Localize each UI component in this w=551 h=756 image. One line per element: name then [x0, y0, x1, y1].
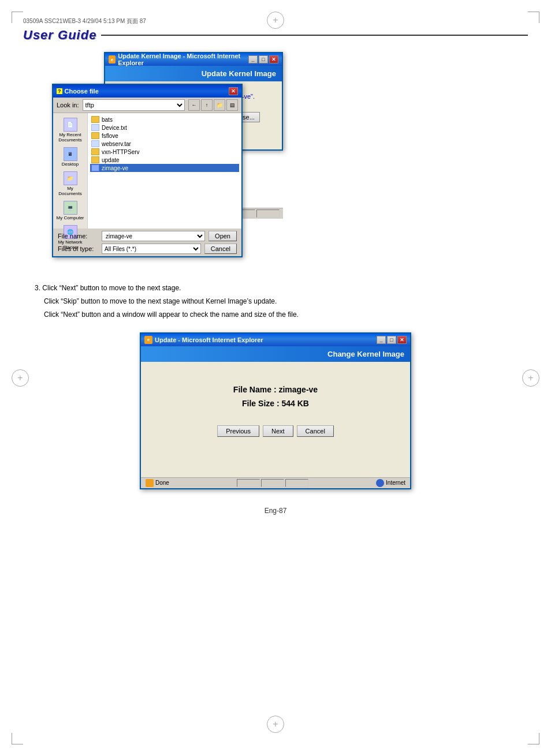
restore-button[interactable]: □: [259, 55, 268, 63]
dialog3-header: Change Kernel Image: [141, 346, 410, 362]
lookin-label: Look in:: [57, 102, 79, 108]
list-item[interactable]: Device.txt: [90, 123, 239, 132]
minimize-button[interactable]: _: [248, 55, 258, 63]
ie-icon: e: [109, 55, 116, 63]
open-button[interactable]: Open: [209, 231, 237, 241]
previous-button[interactable]: Previous: [217, 425, 259, 437]
filetype-select[interactable]: All Files (*.*): [102, 244, 201, 254]
cancel-button[interactable]: Cancel: [204, 244, 237, 254]
dialog2-titlebar: ? Choose file ✕: [53, 85, 241, 98]
page-meta: 03509A SSC21WEB-3 4/29/04 5:13 PM 頁面 87: [23, 17, 528, 25]
folder-icon: [91, 116, 99, 123]
list-item[interactable]: webserv.tar: [90, 140, 239, 148]
instruction-block: 3. Click “Next” button to move to the ne…: [35, 283, 516, 321]
help-icon: ?: [57, 88, 62, 94]
dialog2-sidebar: 📄 My Recent Documents 🖥 Desktop 📁 My Doc…: [53, 113, 88, 229]
file-icon: [91, 140, 99, 147]
dialog3-statusbar: Done Internet: [141, 477, 410, 488]
sidebar-computer[interactable]: 💻 My Computer: [55, 200, 85, 222]
file-list[interactable]: bats Device.txt fsflove webserv.tar: [88, 113, 241, 229]
new-folder-button[interactable]: 📁: [214, 99, 225, 111]
dialog2-close-button[interactable]: ✕: [229, 87, 238, 95]
file-size-info: File Size : 544 KB: [152, 399, 399, 408]
list-item[interactable]: fsflove: [90, 132, 239, 140]
dialog3-titlebar: e Update - Microsoft Internet Explorer _…: [141, 334, 410, 346]
filename-label: File name:: [58, 233, 98, 239]
recent-icon: 📄: [64, 118, 77, 132]
sidebar-recent[interactable]: 📄 My Recent Documents: [55, 117, 85, 144]
nav-back-button[interactable]: ←: [188, 99, 200, 111]
close-button[interactable]: ✕: [269, 55, 278, 63]
desktop-icon: 🖥: [64, 147, 77, 161]
globe-icon: [376, 479, 384, 487]
dialog2-toolbar: Look in: tftp ← ↑ 📁 ▤: [53, 98, 241, 113]
close-button2[interactable]: ✕: [397, 336, 407, 344]
instruction-3: Click “Next” button and a window will ap…: [35, 309, 516, 320]
list-item[interactable]: update: [90, 156, 239, 164]
page-title: User Guide: [23, 28, 96, 43]
sidebar-documents[interactable]: 📁 My Documents: [55, 170, 85, 197]
view-button[interactable]: ▤: [226, 99, 238, 111]
instruction-2: Click “Skip” button to move to the next …: [35, 296, 516, 307]
lookin-select[interactable]: tftp: [83, 99, 185, 111]
dialog1-header: Update Kernel Image: [105, 66, 282, 81]
filetype-label: Files of type:: [58, 245, 98, 252]
list-item[interactable]: bats: [90, 115, 239, 123]
next-button2[interactable]: Next: [263, 425, 293, 437]
dialog1-titlebar: e Update Kernel Image - Microsoft Intern…: [105, 53, 282, 66]
file-name-info: File Name : zimage-ve: [152, 385, 399, 394]
minimize-button2[interactable]: _: [377, 336, 386, 344]
folder-icon: [91, 156, 99, 163]
restore-button2[interactable]: □: [387, 336, 396, 344]
filename-input[interactable]: zimage-ve: [102, 231, 205, 241]
file-icon-selected: [91, 164, 99, 171]
ie-status-icon: [146, 479, 154, 487]
file-icon: [91, 124, 99, 131]
nav-up-button[interactable]: ↑: [201, 99, 213, 111]
page-number: Eng-87: [35, 507, 516, 515]
documents-icon: 📁: [64, 171, 77, 185]
folder-icon: [91, 148, 99, 155]
computer-icon: 💻: [64, 201, 77, 215]
list-item[interactable]: vxn-HTTPServ: [90, 148, 239, 156]
ie-icon2: e: [144, 336, 152, 344]
list-item-selected[interactable]: zimage-ve: [90, 164, 239, 172]
dialog3: e Update - Microsoft Internet Explorer _…: [140, 332, 411, 489]
instruction-1: 3. Click “Next” button to move to the ne…: [35, 283, 516, 294]
cancel-button2[interactable]: Cancel: [297, 425, 334, 437]
folder-icon: [91, 132, 99, 139]
sidebar-desktop[interactable]: 🖥 Desktop: [55, 146, 85, 168]
